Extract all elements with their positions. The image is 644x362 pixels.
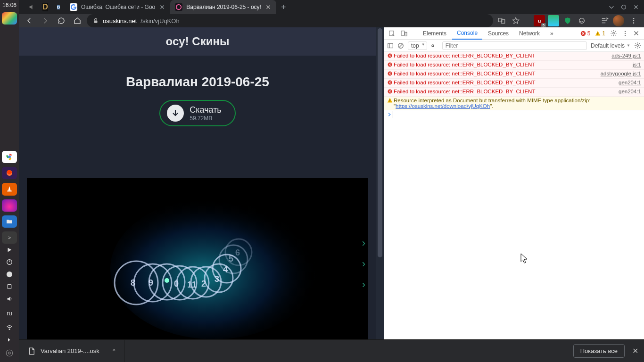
pinned-tab-d[interactable]: D [39, 0, 52, 14]
nav-forward-button[interactable] [39, 14, 52, 27]
svg-rect-43 [405, 32, 407, 36]
ext-color-icon[interactable] [548, 15, 559, 26]
window-max-icon[interactable] [620, 4, 627, 10]
devtools-tab-console[interactable]: Console [452, 27, 482, 40]
browser-menu-button[interactable] [627, 14, 640, 27]
devtools-tab-sources[interactable]: Sources [483, 28, 513, 39]
site-title[interactable]: осу! Скины [19, 27, 376, 56]
console-prompt[interactable] [384, 110, 644, 119]
launcher-firefox-icon[interactable] [2, 167, 17, 179]
skin-title: Варвалиан 2019-06-25 [126, 74, 269, 90]
error-counter[interactable]: 5 [580, 30, 591, 37]
reading-list-icon[interactable] [599, 15, 610, 26]
ext-translate-icon[interactable] [496, 15, 507, 26]
launcher-files-icon[interactable] [2, 215, 17, 228]
tab-osuskins[interactable]: Варвалиан 2019-06-25 - осу! [170, 0, 276, 14]
console-error-row: Failed to load resource: net::ERR_BLOCKE… [384, 88, 644, 97]
svg-rect-46 [598, 34, 598, 35]
svg-point-9 [8, 352, 11, 354]
warning-counter[interactable]: 1 [595, 30, 605, 37]
lock-icon [92, 17, 99, 24]
tray-play-icon[interactable] [5, 246, 14, 254]
svg-rect-3 [7, 191, 11, 192]
console-warning-link[interactable]: https://osuskins.net/download/vjUqKOh [396, 103, 490, 109]
download-shelf-close-icon[interactable]: ✕ [632, 346, 638, 355]
svg-point-8 [6, 350, 13, 356]
tray-lang-indicator[interactable]: ru [7, 310, 12, 317]
tray-clipboard-icon[interactable] [5, 282, 14, 291]
console-source-link[interactable]: adsbygoogle.js:1 [601, 71, 641, 76]
console-live-icon[interactable] [431, 42, 438, 49]
tray-volume-icon[interactable] [5, 295, 14, 303]
nav-reload-button[interactable] [55, 14, 68, 27]
svg-point-11 [176, 5, 182, 10]
tab-close-icon[interactable] [265, 4, 272, 10]
tray-steam-icon[interactable] [5, 270, 14, 279]
console-levels-select[interactable]: Default levels [591, 42, 630, 49]
console-source-link[interactable]: js:1 [633, 62, 641, 67]
tray-settings-icon[interactable] [5, 349, 14, 357]
tab-close-icon[interactable] [159, 4, 165, 10]
audio-mute-icon[interactable] [25, 0, 39, 14]
nav-back-button[interactable] [23, 14, 36, 27]
launcher-terminal-icon[interactable]: > [2, 231, 17, 244]
new-tab-button[interactable]: + [276, 2, 291, 12]
console-source-link[interactable]: gen204:1 [619, 80, 641, 85]
page-scrollbar[interactable] [376, 27, 384, 362]
devtools-close-icon[interactable] [633, 30, 639, 36]
gallery-next-icon[interactable]: ››› [362, 237, 365, 291]
nav-home-button[interactable] [71, 14, 84, 27]
devtools-inspect-icon[interactable] [386, 28, 397, 39]
devtools-tab-elements[interactable]: Elements [418, 28, 451, 39]
address-bar[interactable]: osuskins.net/skin/vjUqKOh [87, 14, 493, 27]
window-close-icon[interactable] [633, 4, 639, 10]
browser-window: D B Ошибка: Ошибка сети - Goo Варвалиан … [19, 0, 644, 362]
window-min-icon[interactable] [608, 4, 615, 10]
svg-point-5 [7, 272, 12, 277]
devtools-tab-more-icon[interactable]: » [545, 28, 558, 39]
launcher-flame-icon[interactable] [2, 199, 17, 212]
os-clock: 16:06 [2, 2, 17, 8]
error-icon [580, 31, 586, 36]
tray-power-icon[interactable] [5, 258, 14, 266]
devtools-device-icon[interactable] [398, 28, 410, 39]
console-settings-icon[interactable] [634, 42, 641, 49]
console-clear-icon[interactable] [397, 42, 404, 49]
bookmark-star-icon[interactable] [510, 15, 521, 26]
skin-preview-image[interactable]: 89 011 23 45 6 ››› [27, 178, 368, 350]
download-item[interactable]: Varvalian 2019-....osk ^ [19, 340, 124, 362]
console-source-link[interactable]: ads-249.js:1 [611, 53, 641, 58]
ext-shield-icon[interactable] [562, 15, 573, 26]
preview-graphic: 89 011 23 45 6 [75, 189, 320, 339]
console-log[interactable]: Failed to load resource: net::ERR_BLOCKE… [384, 52, 644, 362]
launcher-vlc-icon[interactable] [2, 183, 17, 195]
tray-wifi-icon[interactable] [5, 323, 14, 332]
console-error-row: Failed to load resource: net::ERR_BLOCKE… [384, 52, 644, 61]
os-launcher: 16:06 > ru [0, 0, 19, 362]
devtools-settings-icon[interactable] [610, 30, 617, 37]
file-icon [27, 347, 36, 355]
ext-circle-icon[interactable] [576, 15, 587, 26]
launcher-chrome-icon[interactable] [2, 151, 17, 163]
devtools-tab-network[interactable]: Network [514, 28, 545, 39]
console-sidebar-icon[interactable] [387, 42, 394, 49]
warning-icon [595, 31, 601, 36]
svg-rect-42 [401, 31, 405, 35]
console-source-link[interactable]: gen204:1 [619, 89, 641, 94]
console-filter-input[interactable]: Filter [442, 41, 587, 50]
download-button[interactable]: Скачать 59.72MB [159, 100, 236, 126]
profile-avatar[interactable] [613, 15, 624, 26]
download-show-all-button[interactable]: Показать все [573, 344, 625, 358]
svg-point-12 [622, 5, 626, 9]
ext-ublock-icon[interactable]: u [534, 15, 545, 26]
download-item-menu-icon[interactable]: ^ [113, 347, 116, 354]
console-context-select[interactable]: top [408, 41, 427, 50]
pinned-tab-vk[interactable]: B [52, 0, 65, 14]
tray-expand-icon[interactable] [5, 336, 14, 344]
svg-point-49 [625, 33, 626, 33]
tab-strip: D B Ошибка: Ошибка сети - Goo Варвалиан … [19, 0, 644, 14]
devtools-menu-icon[interactable] [622, 30, 628, 37]
svg-rect-51 [388, 43, 393, 48]
launcher-chrome-active-icon[interactable] [2, 12, 17, 25]
tab-google-error[interactable]: Ошибка: Ошибка сети - Goo [65, 0, 170, 14]
